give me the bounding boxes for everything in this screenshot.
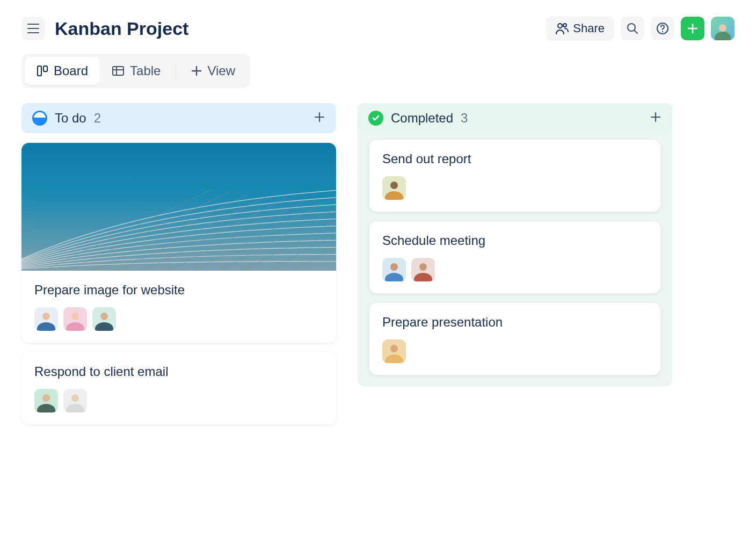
card[interactable]: Respond to client email	[21, 352, 336, 424]
assignee-avatar[interactable]	[34, 389, 58, 412]
svg-point-1	[563, 24, 566, 27]
card-title: Send out report	[382, 151, 648, 167]
assignee-avatar[interactable]	[63, 389, 87, 412]
share-label: Share	[573, 21, 605, 35]
svg-point-0	[558, 24, 562, 28]
search-button[interactable]	[621, 17, 644, 40]
tab-table-label: Table	[130, 63, 161, 78]
add-button[interactable]	[681, 17, 704, 40]
view-tabs: Board Table View	[21, 54, 250, 88]
menu-button[interactable]	[21, 17, 45, 40]
assignee-avatar[interactable]	[382, 258, 406, 281]
topbar: Kanban Project Share	[21, 16, 735, 41]
card-title: Schedule meeting	[382, 233, 648, 248]
completed-cards: Send out report Schedule meeting	[358, 133, 672, 387]
svg-rect-7	[113, 67, 123, 75]
share-button[interactable]: Share	[546, 16, 614, 41]
svg-point-2	[628, 24, 635, 31]
card[interactable]: Prepare presentation	[369, 303, 660, 375]
tab-add-view[interactable]: View	[179, 57, 247, 85]
column-add-button[interactable]	[314, 111, 325, 125]
board-icon	[37, 65, 48, 77]
card[interactable]: Schedule meeting	[369, 221, 660, 293]
card-body: Prepare presentation	[369, 303, 660, 375]
card-body: Schedule meeting	[369, 221, 660, 293]
column-title: Completed	[391, 111, 453, 126]
svg-point-4	[662, 31, 663, 32]
topbar-right: Share	[546, 16, 735, 41]
svg-rect-6	[43, 66, 47, 71]
column-title: To do	[55, 111, 86, 126]
help-icon	[656, 22, 669, 35]
svg-rect-5	[38, 66, 41, 76]
card-cover-image	[21, 143, 336, 271]
card-title: Respond to client email	[34, 364, 323, 379]
column-header-todo[interactable]: To do 2	[21, 103, 336, 133]
card-body: Prepare image for website	[21, 271, 336, 343]
card-assignees	[34, 307, 323, 331]
card-assignees	[34, 389, 323, 412]
page-title: Kanban Project	[55, 18, 188, 39]
card-title: Prepare presentation	[382, 315, 648, 330]
card-assignees	[382, 339, 648, 363]
assignee-avatar[interactable]	[382, 339, 406, 363]
assignee-avatar[interactable]	[382, 176, 406, 200]
card-assignees	[382, 258, 648, 281]
plus-icon	[314, 111, 325, 123]
column-completed: Completed 3 Send out report	[358, 103, 672, 434]
status-done-icon	[368, 111, 383, 126]
card-title: Prepare image for website	[34, 283, 323, 298]
hamburger-icon	[27, 24, 39, 33]
tab-board[interactable]: Board	[25, 57, 100, 85]
plus-icon	[650, 111, 662, 123]
tab-separator	[176, 63, 176, 79]
check-icon	[372, 114, 380, 122]
column-header-completed[interactable]: Completed 3	[358, 103, 672, 133]
column-count: 2	[94, 111, 101, 126]
table-icon	[112, 66, 125, 76]
board-columns: To do 2	[21, 103, 735, 434]
topbar-left: Kanban Project	[21, 17, 188, 40]
card[interactable]: Prepare image for website	[21, 143, 336, 343]
plus-icon	[191, 66, 202, 76]
card-body: Send out report	[369, 140, 660, 212]
people-icon	[556, 23, 569, 34]
card-body: Respond to client email	[21, 352, 336, 424]
plus-icon	[687, 23, 699, 34]
completed-wrapper: Completed 3 Send out report	[358, 103, 672, 387]
tab-board-label: Board	[54, 63, 88, 78]
card[interactable]: Send out report	[369, 140, 660, 212]
tab-table[interactable]: Table	[100, 57, 172, 85]
assignee-avatar[interactable]	[34, 307, 58, 331]
assignee-avatar[interactable]	[92, 307, 116, 331]
status-todo-icon	[32, 111, 47, 126]
column-add-button[interactable]	[650, 111, 662, 125]
help-button[interactable]	[651, 17, 674, 40]
search-icon	[627, 23, 638, 34]
column-todo: To do 2	[21, 103, 336, 434]
card-assignees	[382, 176, 648, 200]
user-avatar[interactable]	[711, 17, 735, 40]
tab-view-label: View	[207, 63, 235, 78]
assignee-avatar[interactable]	[411, 258, 435, 281]
column-count: 3	[461, 111, 468, 126]
assignee-avatar[interactable]	[63, 307, 87, 331]
